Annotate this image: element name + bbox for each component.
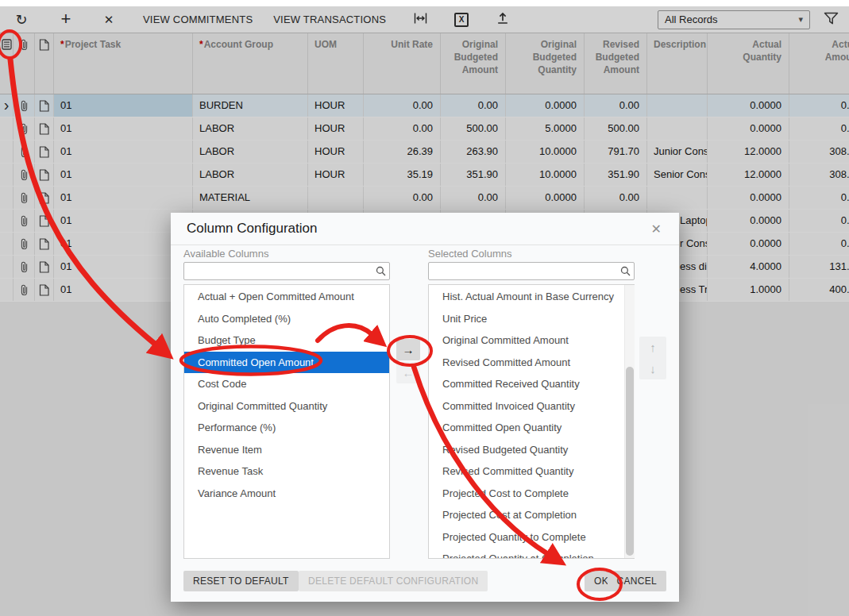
selected-column-item[interactable]: Projected Quantity to Complete <box>429 526 634 549</box>
available-column-item[interactable]: Actual + Open Committed Amount <box>184 286 389 308</box>
selected-column-item[interactable]: Hist. Actual Amount in Base Currency <box>429 286 634 308</box>
selected-column-item[interactable]: Projected Quantity at Completion <box>429 548 634 559</box>
available-column-item[interactable]: Auto Completed (%) <box>184 308 389 330</box>
selected-column-item[interactable]: Revised Committed Quantity <box>429 460 634 483</box>
selected-column-item[interactable]: Revised Committed Amount <box>429 352 634 374</box>
selected-column-item[interactable]: Committed Received Quantity <box>429 373 634 395</box>
cancel-button[interactable]: CANCEL <box>608 571 666 591</box>
available-column-item[interactable]: Cost Code <box>184 373 389 395</box>
available-column-item[interactable]: Budget Type <box>184 329 389 352</box>
arrow-right-icon: → <box>403 343 415 356</box>
search-icon <box>616 266 634 276</box>
move-up-button[interactable]: ↑ <box>639 337 666 358</box>
available-columns-list: Actual + Open Committed AmountAuto Compl… <box>183 284 390 559</box>
selected-columns-list: Hist. Actual Amount in Base CurrencyUnit… <box>428 284 635 559</box>
selected-column-item[interactable]: Committed Open Quantity <box>429 417 634 439</box>
selected-column-item[interactable]: Original Committed Amount <box>429 329 634 352</box>
reorder-buttons: ↑ ↓ <box>639 337 666 379</box>
available-search <box>183 262 390 280</box>
scrollbar-thumb[interactable] <box>626 367 634 556</box>
selected-column-item[interactable]: Revised Budgeted Quantity <box>429 439 634 461</box>
available-column-item[interactable]: Variance Amount <box>184 483 389 505</box>
dialog-header: Column Configuration ✕ <box>171 213 679 245</box>
available-column-item[interactable]: Original Committed Quantity <box>184 395 389 418</box>
arrow-up-icon: ↑ <box>650 341 656 354</box>
selected-search <box>428 262 635 280</box>
page-top-strip <box>0 0 849 6</box>
selected-column-item[interactable]: Projected Cost at Completion <box>429 504 634 526</box>
arrow-down-icon: ↓ <box>650 362 656 375</box>
selected-list-scrollbar[interactable] <box>624 285 635 558</box>
selected-column-item[interactable]: Unit Price <box>429 308 634 330</box>
available-column-item[interactable]: Performance (%) <box>184 417 389 439</box>
selected-column-item[interactable]: Committed Invoiced Quantity <box>429 395 634 418</box>
move-left-button[interactable]: ← <box>396 362 420 383</box>
move-right-button[interactable]: → <box>396 339 420 360</box>
dialog-close-icon[interactable]: ✕ <box>646 221 666 237</box>
move-down-button[interactable]: ↓ <box>639 358 666 379</box>
reset-to-default-button[interactable]: RESET TO DEFAULT <box>183 571 299 591</box>
column-configuration-dialog: Column Configuration ✕ Available Columns… <box>171 213 679 602</box>
selected-columns-label: Selected Columns <box>428 248 512 260</box>
available-column-item[interactable]: Revenue Item <box>184 439 389 461</box>
arrow-left-icon: ← <box>403 366 415 379</box>
selected-search-input[interactable] <box>429 265 616 277</box>
dialog-title: Column Configuration <box>187 221 317 237</box>
search-icon <box>372 266 389 276</box>
selected-column-item[interactable]: Projected Cost to Complete <box>429 483 634 505</box>
available-columns-label: Available Columns <box>183 248 268 260</box>
available-column-item[interactable]: Revenue Task <box>184 460 389 483</box>
available-search-input[interactable] <box>184 265 372 277</box>
delete-default-configuration-button[interactable]: DELETE DEFAULT CONFIGURATION <box>299 571 488 591</box>
available-column-item[interactable]: Committed Open Amount <box>184 352 389 374</box>
